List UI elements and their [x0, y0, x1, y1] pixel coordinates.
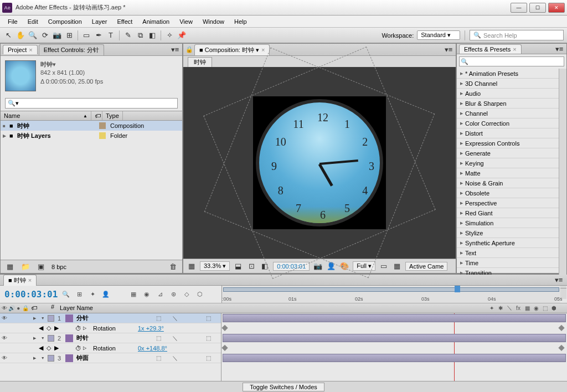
pen-tool[interactable]: ✒ [94, 30, 104, 40]
text-tool[interactable]: T [106, 30, 116, 40]
res-half-icon[interactable]: ⬓ [233, 261, 243, 271]
col-layer-name[interactable]: Layer Name [58, 303, 487, 313]
panel-menu-icon[interactable]: ▾≡ [170, 45, 180, 55]
zoom-tool[interactable]: 🔍 [28, 30, 38, 40]
rotation-tool[interactable]: ⟳ [40, 30, 50, 40]
snapshot-icon[interactable]: 📷 [313, 261, 323, 271]
camera-tool[interactable]: 📷 [52, 30, 62, 40]
effect-category[interactable]: Matte [457, 168, 559, 178]
tab-timeline[interactable]: ■ 时钟× [3, 275, 37, 286]
effect-category[interactable]: Obsolete [457, 188, 559, 198]
col-label[interactable]: 🏷 [91, 111, 102, 120]
selection-tool[interactable]: ↖ [3, 30, 13, 40]
maximize-button[interactable]: ☐ [529, 3, 546, 13]
roi-icon[interactable]: ▭ [379, 261, 389, 271]
grid-icon[interactable]: ▦ [187, 261, 197, 271]
time-ruler[interactable]: :00s01s02s03s04s05s [221, 286, 560, 303]
effect-category[interactable]: Color Correction [457, 118, 559, 128]
timeline-layer[interactable]: 👁 ▶▼ 1 分针 ⬚＼⬚ [0, 313, 221, 323]
motion-blur-icon[interactable]: ◉ [142, 290, 152, 300]
tab-effects-presets[interactable]: Effects & Presets× [459, 44, 522, 54]
auto-keyframe-icon[interactable]: ◇ [182, 290, 192, 300]
hand-tool[interactable]: ✋ [16, 30, 25, 40]
pan-behind-tool[interactable]: ⊞ [64, 30, 74, 40]
camera-select[interactable]: Active Came [405, 262, 447, 271]
search-help-input[interactable]: 🔍 Search Help [470, 30, 564, 40]
col-index[interactable]: # [48, 303, 58, 313]
effects-scrollbar[interactable] [559, 69, 566, 288]
panel-menu-icon[interactable]: ▾≡ [554, 44, 564, 54]
preview-area[interactable]: 121234567891011 [183, 67, 456, 259]
keyframe[interactable] [558, 345, 564, 351]
tab-effect-controls[interactable]: Effect Controls: 分针 [39, 44, 104, 55]
effect-category[interactable]: Channel [457, 109, 559, 118]
keyframe[interactable] [221, 325, 228, 331]
rectangle-tool[interactable]: ▭ [81, 30, 91, 40]
clone-tool[interactable]: ⧉ [135, 30, 145, 40]
effects-search-input[interactable]: 🔍 [459, 56, 564, 66]
effect-category[interactable]: Red Giant [457, 208, 559, 218]
search-layers-icon[interactable]: 🔍 [61, 290, 71, 300]
panel-menu-icon[interactable]: ▾≡ [444, 45, 453, 55]
layer-bar-1[interactable] [223, 314, 566, 322]
graph-editor-icon[interactable]: ⊿ [155, 290, 165, 300]
effect-category[interactable]: Stylize [457, 228, 559, 238]
effect-category[interactable]: Simulation [457, 218, 559, 228]
project-search-input[interactable]: 🔍▾ [5, 98, 178, 109]
menu-effect[interactable]: Effect [112, 17, 137, 26]
effect-category[interactable]: Time [457, 258, 559, 268]
workspace-select[interactable]: Standard ▾ [417, 30, 460, 40]
toggle-switches-button[interactable]: Toggle Switches / Modes [243, 383, 324, 391]
project-item[interactable]: ▶■时钟 LayersFolder [1, 131, 182, 141]
property-row[interactable]: ◀◇▶ ⏱▷ Rotation0x +148.8° [0, 343, 221, 353]
effect-category[interactable]: Generate [457, 148, 559, 158]
safe-zones-icon[interactable]: ⊡ [246, 261, 256, 271]
close-button[interactable]: ✕ [548, 3, 565, 13]
hide-shy-icon[interactable]: 👤 [101, 290, 111, 300]
tab-project[interactable]: Project× [3, 45, 38, 54]
bpc-toggle[interactable]: 8 bpc [51, 264, 66, 270]
timeline-layer[interactable]: 👁 ▶▼ 3 钟面 ⬚＼⬚ [0, 353, 221, 363]
effect-category[interactable]: Text [457, 248, 559, 258]
draft3d-icon[interactable]: ✦ [87, 290, 97, 300]
roto-tool[interactable]: ✧ [164, 30, 174, 40]
effect-category[interactable]: Audio [457, 89, 559, 99]
brush-tool[interactable]: ✎ [123, 30, 133, 40]
visibility-header-icon[interactable]: 👁 [1, 304, 8, 312]
effect-category[interactable]: Perspective [457, 198, 559, 208]
menu-layer[interactable]: Layer [87, 17, 112, 26]
menu-composition[interactable]: Composition [44, 17, 86, 26]
solo-header-icon[interactable]: ● [16, 304, 22, 312]
minimize-button[interactable]: — [511, 3, 527, 13]
effect-category[interactable]: Keying [457, 158, 559, 168]
layer-bar-2[interactable] [223, 334, 566, 342]
project-item[interactable]: ■■时钟Composition [1, 121, 182, 131]
menu-file[interactable]: File [3, 17, 22, 26]
effect-category[interactable]: Blur & Sharpen [457, 99, 559, 109]
delete-icon[interactable]: 🗑 [168, 262, 178, 272]
timeline-layer[interactable]: 👁 ▶▼ 2 时针 ⬚＼⬚ [0, 333, 221, 343]
menu-edit[interactable]: Edit [23, 17, 43, 26]
new-folder-icon[interactable]: 📁 [20, 262, 30, 272]
clock-layer[interactable]: 121234567891011 [253, 96, 386, 229]
keyframe[interactable] [558, 325, 564, 331]
new-comp-icon[interactable]: ▣ [36, 262, 46, 272]
playhead[interactable] [455, 286, 460, 292]
property-row[interactable]: ◀◇▶ ⏱▷ Rotation1x +29.3° [0, 323, 221, 333]
graph-icon[interactable]: ⬡ [195, 290, 205, 300]
comp-mini-flowchart-icon[interactable]: ⊞ [74, 290, 84, 300]
zoom-select[interactable]: 33.3% ▾ [200, 261, 230, 271]
effect-category[interactable]: Synthetic Aperture [457, 238, 559, 248]
menu-animation[interactable]: Animation [138, 17, 174, 26]
col-name[interactable]: Name▲ [1, 111, 91, 120]
col-type[interactable]: Type [102, 111, 123, 120]
transparency-icon[interactable]: ▦ [392, 261, 402, 271]
lock-header-icon[interactable]: 🔒 [22, 304, 29, 312]
work-area-bar[interactable] [223, 287, 559, 292]
comp-breadcrumb[interactable]: 时钟 [188, 57, 212, 68]
panel-menu-icon[interactable]: ▾≡ [554, 275, 564, 285]
effect-category[interactable]: * Animation Presets [457, 69, 559, 79]
menu-view[interactable]: View [175, 17, 197, 26]
menu-help[interactable]: Help [230, 17, 251, 26]
effect-category[interactable]: Distort [457, 128, 559, 138]
